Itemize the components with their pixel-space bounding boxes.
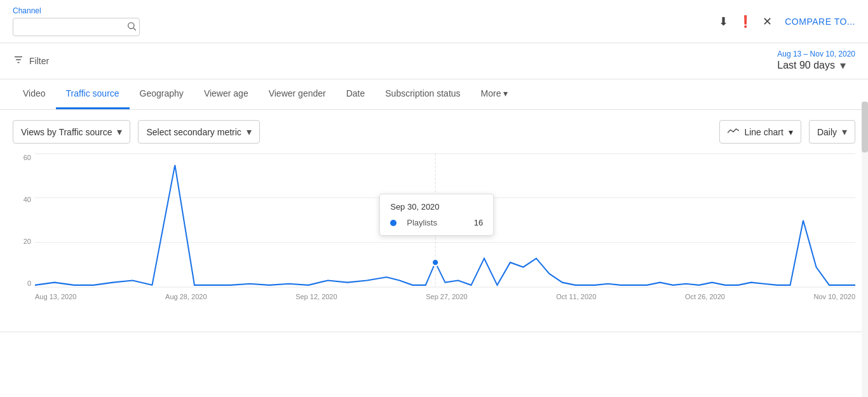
tooltip-row: Playlists 16 <box>390 218 483 227</box>
tooltip-metric-label: Playlists <box>407 218 464 227</box>
chart-tooltip: Sep 30, 2020 Playlists 16 <box>379 194 494 236</box>
chart-type-arrow: ▾ <box>789 127 793 137</box>
svg-point-10 <box>432 259 438 266</box>
tab-traffic-source[interactable]: Traffic source <box>56 79 130 109</box>
search-box[interactable] <box>13 18 140 36</box>
y-label-40: 40 <box>24 196 31 203</box>
date-range-section: Aug 13 – Nov 10, 2020 Last 90 days ▾ <box>777 50 855 72</box>
secondary-metric-arrow: ▾ <box>247 126 252 138</box>
chart-type-dropdown[interactable]: Line chart ▾ <box>719 120 801 144</box>
tab-viewer-gender[interactable]: Viewer gender <box>259 79 336 109</box>
x-label-oct26: Oct 26, 2020 <box>685 293 725 300</box>
top-bar-icons: ⬇ ❗ ✕ <box>719 15 772 29</box>
search-input[interactable] <box>18 22 126 32</box>
tab-geography[interactable]: Geography <box>130 79 194 109</box>
tab-date[interactable]: Date <box>336 79 376 109</box>
filter-bar: Filter Aug 13 – Nov 10, 2020 Last 90 day… <box>0 43 868 79</box>
x-label-aug13: Aug 13, 2020 <box>35 293 76 300</box>
primary-metric-arrow: ▾ <box>117 126 122 138</box>
bottom-bar <box>0 332 868 345</box>
y-label-60: 60 <box>24 154 31 161</box>
x-label-aug28: Aug 28, 2020 <box>165 293 207 300</box>
tabs-bar: Video Traffic source Geography Viewer ag… <box>0 79 868 110</box>
tab-more[interactable]: More ▾ <box>471 79 519 109</box>
date-period[interactable]: Last 90 days ▾ <box>777 58 855 72</box>
y-label-20: 20 <box>24 238 31 245</box>
chart-area: 60 40 20 0 <box>0 154 868 332</box>
top-bar: Channel ⬇ ❗ ✕ COMPARE TO... <box>0 0 868 43</box>
x-label-sep12: Sep 12, 2020 <box>295 293 337 300</box>
scrollbar-thumb[interactable] <box>862 102 868 152</box>
channel-section: Channel <box>13 6 140 36</box>
channel-label: Channel <box>13 6 140 15</box>
secondary-metric-dropdown[interactable]: Select secondary metric ▾ <box>138 120 259 144</box>
x-axis: Aug 13, 2020 Aug 28, 2020 Sep 12, 2020 S… <box>35 287 855 306</box>
tab-subscription-status[interactable]: Subscription status <box>375 79 470 109</box>
compare-to-button[interactable]: COMPARE TO... <box>785 17 855 27</box>
filter-icon <box>13 54 24 68</box>
search-icon[interactable] <box>126 21 137 33</box>
interval-arrow: ▾ <box>842 126 847 138</box>
chart-container: 60 40 20 0 <box>13 154 855 306</box>
tab-viewer-age[interactable]: Viewer age <box>194 79 259 109</box>
tooltip-date: Sep 30, 2020 <box>390 202 483 212</box>
interval-dropdown[interactable]: Daily ▾ <box>809 120 855 144</box>
x-label-sep27: Sep 27, 2020 <box>426 293 467 300</box>
svg-line-1 <box>133 28 136 30</box>
chart-svg-container: Sep 30, 2020 Playlists 16 <box>35 154 855 287</box>
download-icon[interactable]: ⬇ <box>719 15 728 29</box>
date-range-label: Aug 13 – Nov 10, 2020 <box>777 50 855 58</box>
chart-controls: Views by Traffic source ▾ Select seconda… <box>0 110 868 154</box>
filter-button[interactable]: Filter <box>13 54 49 68</box>
x-label-oct11: Oct 11, 2020 <box>556 293 596 300</box>
chart-controls-right: Line chart ▾ Daily ▾ <box>719 120 855 144</box>
y-label-0: 0 <box>27 279 31 287</box>
close-icon[interactable]: ✕ <box>763 15 772 29</box>
more-chevron-icon: ▾ <box>503 88 508 98</box>
tab-video[interactable]: Video <box>13 79 56 109</box>
x-label-nov10: Nov 10, 2020 <box>814 293 855 300</box>
tooltip-dot <box>390 220 397 226</box>
flag-icon[interactable]: ❗ <box>738 15 752 29</box>
y-axis: 60 40 20 0 <box>13 154 35 287</box>
line-chart-icon <box>728 126 739 137</box>
tooltip-metric-value: 16 <box>474 218 483 227</box>
top-bar-right: ⬇ ❗ ✕ COMPARE TO... <box>719 15 855 29</box>
scrollbar-track[interactable] <box>862 102 868 345</box>
primary-metric-dropdown[interactable]: Views by Traffic source ▾ <box>13 120 130 144</box>
svg-point-0 <box>128 23 134 29</box>
period-dropdown-arrow[interactable]: ▾ <box>840 58 846 72</box>
filter-label: Filter <box>29 56 49 66</box>
chart-controls-left: Views by Traffic source ▾ Select seconda… <box>13 120 260 144</box>
